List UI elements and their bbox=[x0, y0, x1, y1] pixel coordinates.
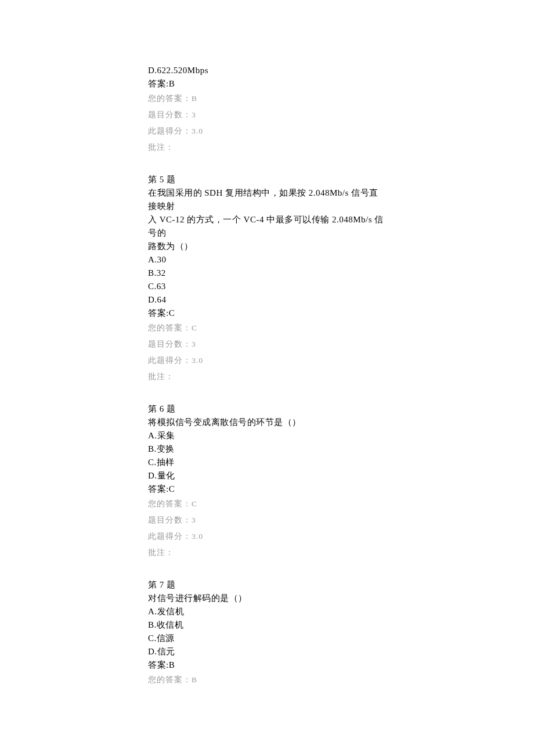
q5-option-b: B.32 bbox=[148, 267, 386, 280]
q5-option-d: D.64 bbox=[148, 293, 386, 307]
q5-option-c: C.63 bbox=[148, 280, 386, 293]
q6-remark: 批注： bbox=[148, 545, 386, 561]
q5-score-label: 题目分数：3 bbox=[148, 336, 386, 352]
q6-score-label: 题目分数：3 bbox=[148, 512, 386, 528]
q6-header: 第 6 题 bbox=[148, 402, 386, 416]
q5-your-answer: 您的答案：C bbox=[148, 320, 386, 336]
q7-your-answer: 您的答案：B bbox=[148, 672, 386, 688]
q6-your-answer: 您的答案：C bbox=[148, 496, 386, 512]
q4-remark: 批注： bbox=[148, 139, 386, 156]
q7-option-c: C.信源 bbox=[148, 632, 386, 645]
section-gap bbox=[148, 561, 386, 578]
q6-got-score: 此题得分：3.0 bbox=[148, 528, 386, 545]
q7-option-a: A.发信机 bbox=[148, 605, 386, 618]
section-gap bbox=[148, 156, 386, 173]
q6-option-c: C.抽样 bbox=[148, 456, 386, 469]
q4-your-answer: 您的答案：B bbox=[148, 91, 386, 107]
q7-option-b: B.收信机 bbox=[148, 618, 386, 632]
q7-option-d: D.信元 bbox=[148, 645, 386, 658]
q5-remark: 批注： bbox=[148, 369, 386, 385]
document-page: D.622.520Mbps 答案:B 您的答案：B 题目分数：3 此题得分：3.… bbox=[0, 0, 534, 723]
q5-header: 第 5 题 bbox=[148, 173, 386, 186]
q6-option-b: B.变换 bbox=[148, 442, 386, 456]
q5-option-a: A.30 bbox=[148, 253, 386, 267]
q6-stem: 将模拟信号变成离散信号的环节是（） bbox=[148, 416, 386, 429]
q4-score-label: 题目分数：3 bbox=[148, 107, 386, 123]
q6-option-d: D.量化 bbox=[148, 469, 386, 483]
section-gap bbox=[148, 385, 386, 402]
q5-stem-line3: 路数为（） bbox=[148, 240, 386, 253]
q7-answer: 答案:B bbox=[148, 658, 386, 672]
q4-answer: 答案:B bbox=[148, 77, 386, 91]
q6-answer: 答案:C bbox=[148, 483, 386, 496]
q4-got-score: 此题得分：3.0 bbox=[148, 123, 386, 139]
q6-option-a: A.采集 bbox=[148, 429, 386, 442]
q4-option-d: D.622.520Mbps bbox=[148, 64, 386, 77]
q5-stem-line2: 入 VC-12 的方式，一个 VC-4 中最多可以传输 2.048Mb/s 信号… bbox=[148, 213, 386, 240]
q5-got-score: 此题得分：3.0 bbox=[148, 352, 386, 369]
q5-answer: 答案:C bbox=[148, 307, 386, 320]
q5-stem-line1: 在我国采用的 SDH 复用结构中，如果按 2.048Mb/s 信号直接映射 bbox=[148, 186, 386, 213]
q7-stem: 对信号进行解码的是（） bbox=[148, 592, 386, 605]
q7-header: 第 7 题 bbox=[148, 578, 386, 592]
